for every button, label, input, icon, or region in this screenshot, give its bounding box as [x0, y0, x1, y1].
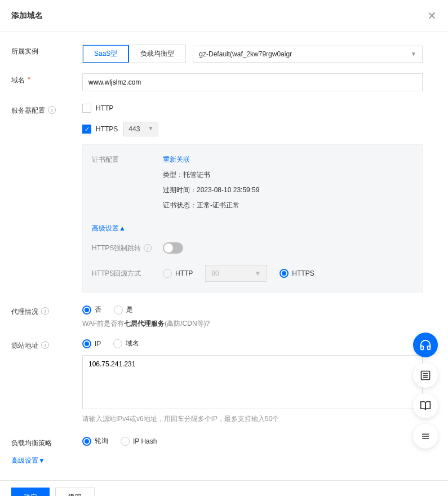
lb-hash-radio[interactable]: IP Hash [121, 437, 157, 446]
close-icon[interactable]: ✕ [427, 10, 437, 21]
origin-addr-textarea[interactable]: 106.75.241.231 [82, 355, 423, 409]
domain-input[interactable] [82, 73, 423, 91]
instance-select-value: gz-Default(waf_2kw79rgw0aigr [199, 50, 292, 58]
info-icon: i [41, 341, 49, 349]
http-label: HTTP [96, 104, 113, 112]
https-origin-method-label: HTTPS回源方式 [92, 269, 163, 278]
cert-advanced-toggle[interactable]: 高级设置▲ [92, 224, 126, 233]
instance-label: 所属实例 [11, 45, 82, 63]
server-config-label: 服务器配置 i [11, 104, 82, 293]
list-icon[interactable] [413, 363, 438, 388]
proxy-yes-radio[interactable]: 是 [114, 305, 133, 315]
origin-help: 请输入源站IPv4或v6地址，用回车分隔多个IP，最多支持输入50个 [82, 414, 423, 424]
https-force-jump-label: HTTPS强制跳转 i [92, 243, 163, 253]
dialog-title: 添加域名 [11, 11, 43, 21]
domain-label: 域名* [11, 73, 82, 91]
instance-select[interactable]: gz-Default(waf_2kw79rgw0aigr ▼ [193, 46, 423, 63]
chevron-down-icon: ▼ [254, 269, 261, 277]
origin-addr-label: 源站地址 i [11, 339, 82, 424]
https-checkbox[interactable]: ✓ HTTPS [82, 125, 118, 134]
cert-config-label: 证书配置 [92, 155, 163, 165]
menu-icon[interactable] [413, 424, 438, 449]
origin-ip-radio[interactable]: IP [82, 339, 101, 348]
tab-saas[interactable]: SaaS型 [83, 45, 129, 63]
instance-type-segment: SaaS型 负载均衡型 [82, 45, 186, 63]
https-force-jump-toggle[interactable] [163, 242, 183, 254]
info-icon: i [48, 106, 56, 114]
chevron-down-icon: ▼ [411, 51, 416, 57]
https-port-select[interactable]: 443▼ [123, 122, 158, 136]
lb-poll-radio[interactable]: 轮询 [82, 436, 108, 446]
lb-label: 负载均衡策略 [11, 436, 82, 448]
advanced-settings-toggle[interactable]: 高级设置▼ [11, 456, 437, 466]
tab-clb[interactable]: 负载均衡型 [129, 45, 185, 63]
origin-http-radio[interactable]: HTTP [163, 269, 193, 278]
chevron-down-icon: ▼ [148, 125, 153, 133]
http-checkbox[interactable]: HTTP [82, 104, 113, 113]
proxy-label: 代理情况 i [11, 305, 82, 329]
cert-relink[interactable]: 重新关联 [163, 156, 190, 163]
proxy-no-radio[interactable]: 否 [82, 305, 101, 315]
book-icon[interactable] [413, 393, 438, 418]
origin-https-radio[interactable]: HTTPS [280, 269, 314, 278]
origin-port-select: 80▼ [205, 265, 267, 282]
info-icon: i [41, 307, 49, 315]
info-icon: i [144, 244, 152, 252]
confirm-button[interactable]: 确定 [11, 488, 50, 496]
origin-domain-radio[interactable]: 域名 [113, 339, 139, 348]
support-icon[interactable] [413, 333, 438, 357]
https-label: HTTPS [96, 125, 118, 133]
back-button[interactable]: 返回 [55, 488, 95, 496]
